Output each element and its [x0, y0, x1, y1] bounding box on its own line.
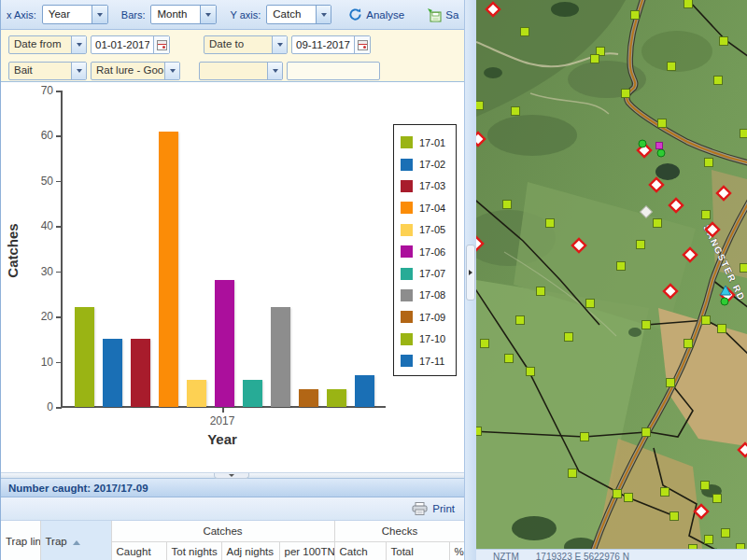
magenta-marker[interactable]	[656, 143, 663, 149]
bar-17-02[interactable]	[103, 339, 122, 407]
trap-marker[interactable]	[569, 469, 577, 478]
trap-marker[interactable]	[521, 28, 529, 36]
column-header-catch[interactable]: Catch	[334, 541, 386, 560]
trap-marker[interactable]	[581, 433, 589, 441]
bar-17-01[interactable]	[75, 307, 94, 407]
column-header-percent[interactable]: %	[449, 541, 464, 560]
trap-marker[interactable]	[722, 529, 730, 538]
column-header-caught[interactable]: Caught	[111, 541, 166, 560]
trap-marker[interactable]	[667, 379, 675, 387]
calendar-icon[interactable]	[153, 36, 169, 53]
chevron-down-icon[interactable]	[272, 36, 287, 53]
bar-17-04[interactable]	[159, 132, 178, 407]
trap-marker[interactable]	[689, 545, 698, 550]
trap-marker[interactable]	[642, 321, 651, 329]
column-header-trapline[interactable]: Trap lin	[1, 521, 40, 560]
trap-marker[interactable]	[713, 495, 722, 503]
trap-marker[interactable]	[505, 355, 514, 363]
trap-marker[interactable]	[661, 488, 669, 497]
chevron-down-icon[interactable]	[164, 63, 179, 79]
trap-marker[interactable]	[503, 201, 512, 209]
trap-marker[interactable]	[705, 536, 713, 544]
green-dot-marker[interactable]	[639, 140, 646, 147]
trap-marker[interactable]	[684, 340, 693, 348]
trap-marker[interactable]	[720, 37, 728, 46]
chevron-down-icon[interactable]	[71, 36, 86, 53]
column-header-per-100tn[interactable]: per 100TN	[279, 541, 334, 560]
trap-marker[interactable]	[668, 63, 676, 71]
bar-17-11[interactable]	[355, 375, 374, 407]
trap-marker[interactable]	[527, 368, 535, 376]
trap-marker[interactable]	[705, 159, 713, 167]
bar-17-07[interactable]	[243, 380, 262, 407]
trap-marker[interactable]	[625, 494, 633, 502]
date-to-selector[interactable]: Date to	[204, 35, 288, 54]
trap-marker[interactable]	[591, 55, 599, 63]
green-dot-marker[interactable]	[721, 298, 728, 305]
satellite-map[interactable]: SANGSTER RD	[476, 0, 747, 549]
extra-selector[interactable]	[199, 62, 283, 80]
analyse-button[interactable]: Analyse	[345, 6, 408, 23]
trap-marker[interactable]	[684, 0, 693, 8]
trap-marker[interactable]	[702, 316, 711, 325]
chevron-down-icon[interactable]	[92, 6, 107, 23]
bar-17-08[interactable]	[271, 307, 290, 407]
extra-field[interactable]	[287, 62, 380, 80]
chevron-down-icon[interactable]	[200, 6, 216, 23]
column-group-checks[interactable]: Checks	[334, 521, 464, 541]
trap-marker[interactable]	[631, 11, 640, 20]
column-group-catches[interactable]: Catches	[111, 521, 334, 541]
chevron-down-icon[interactable]	[316, 6, 331, 23]
trap-marker[interactable]	[476, 102, 484, 110]
trap-marker[interactable]	[512, 107, 520, 116]
vertical-splitter[interactable]	[464, 0, 476, 560]
bars-select[interactable]: Month	[150, 5, 217, 24]
trap-marker[interactable]	[658, 119, 667, 128]
trap-marker[interactable]	[642, 428, 651, 437]
trap-marker[interactable]	[637, 241, 645, 249]
y-axis-select[interactable]: Catch	[266, 5, 331, 24]
column-header-tot-nights[interactable]: Tot nights	[166, 541, 221, 560]
bait-selector[interactable]: Bait	[8, 62, 87, 80]
bait-value-selector[interactable]: Rat lure - Goo	[91, 62, 180, 80]
date-from-selector[interactable]: Date from	[8, 35, 87, 54]
trap-marker[interactable]	[481, 340, 489, 348]
trap-marker[interactable]	[537, 287, 545, 296]
trap-marker[interactable]	[613, 490, 622, 498]
date-to-input[interactable]	[292, 36, 354, 53]
trap-marker[interactable]	[701, 482, 710, 490]
trap-marker[interactable]	[622, 90, 630, 98]
print-button[interactable]: Print	[412, 502, 455, 515]
save-button[interactable]: Sa	[423, 6, 462, 24]
trap-marker[interactable]	[718, 325, 726, 333]
column-header-adj-nights[interactable]: Adj nights	[221, 541, 279, 560]
trap-marker[interactable]	[737, 544, 745, 550]
trap-marker[interactable]	[740, 130, 747, 138]
splitter-collapse-handle[interactable]	[214, 473, 249, 479]
date-from-field[interactable]	[91, 35, 170, 54]
trap-marker[interactable]	[670, 512, 679, 521]
bar-17-03[interactable]	[131, 339, 150, 407]
date-to-field[interactable]	[291, 35, 371, 54]
trap-marker[interactable]	[714, 77, 723, 85]
bar-17-10[interactable]	[327, 389, 346, 407]
horizontal-splitter[interactable]	[1, 472, 464, 479]
trap-marker[interactable]	[740, 264, 747, 273]
panel-collapse-handle[interactable]	[466, 245, 475, 301]
x-axis-select[interactable]: Year	[42, 5, 108, 24]
trap-marker[interactable]	[516, 316, 525, 325]
trap-marker[interactable]	[654, 219, 662, 228]
extra-input[interactable]	[288, 63, 374, 79]
chevron-down-icon[interactable]	[267, 63, 282, 79]
bar-17-06[interactable]	[215, 280, 234, 407]
trap-marker[interactable]	[702, 211, 711, 219]
trap-marker[interactable]	[617, 262, 626, 271]
column-header-trap[interactable]: Trap	[40, 521, 111, 560]
trap-marker[interactable]	[586, 300, 595, 308]
trap-marker[interactable]	[546, 219, 555, 228]
calendar-icon[interactable]	[354, 36, 370, 53]
date-from-input[interactable]	[92, 36, 153, 53]
column-header-total[interactable]: Total	[386, 541, 449, 560]
trap-marker[interactable]	[476, 427, 482, 436]
trap-marker[interactable]	[565, 333, 573, 342]
